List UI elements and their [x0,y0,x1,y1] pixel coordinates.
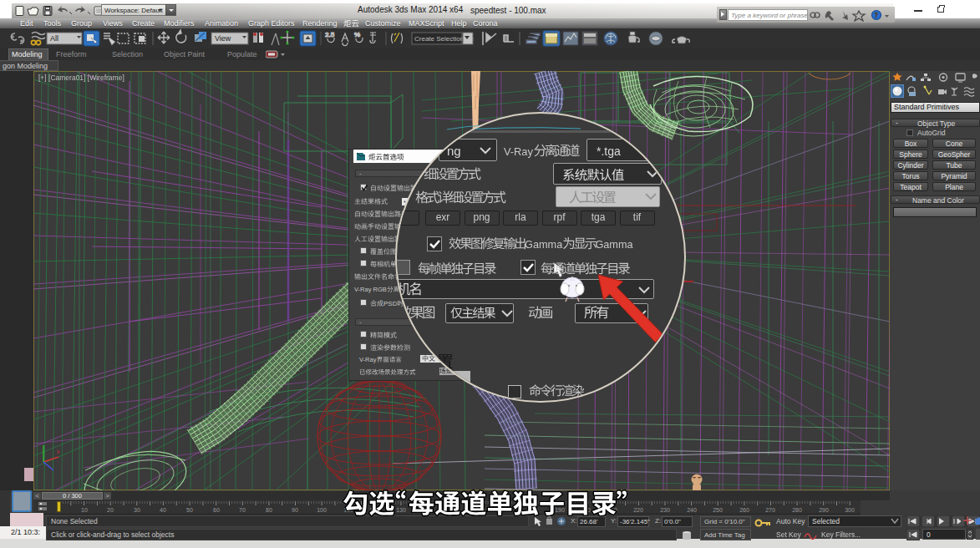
svg-text:70: 70 [239,507,246,513]
svg-text:%: % [354,31,360,38]
svg-text:V-Ray RGB: V-Ray RGB [354,286,387,293]
svg-text:240: 240 [687,507,697,513]
svg-text:V-Ray: V-Ray [359,356,377,363]
svg-text:50: 50 [186,507,193,513]
svg-text:ng: ng [447,144,461,158]
svg-text:80: 80 [266,507,272,513]
svg-text:x: x [57,448,60,455]
svg-text:*.tga: *.tga [597,145,621,158]
svg-text:300: 300 [845,507,855,513]
svg-text:Gamma: Gamma [525,239,563,251]
svg-text:2.5: 2.5 [325,31,335,38]
svg-text:?: ? [875,12,878,19]
svg-text:All: All [50,34,58,43]
svg-text:260: 260 [739,507,749,513]
svg-text:PSD: PSD [383,300,398,307]
svg-text:100: 100 [317,507,327,513]
svg-text:40: 40 [160,507,166,513]
svg-text:10: 10 [81,507,88,513]
svg-text:290: 290 [819,507,829,513]
svg-text:230: 230 [660,507,670,513]
svg-text:30: 30 [134,507,140,513]
svg-text:280: 280 [792,507,802,513]
svg-text:60: 60 [213,507,220,513]
svg-text:Gamma: Gamma [595,239,633,251]
svg-text:V-Ray: V-Ray [504,145,533,158]
svg-text:250: 250 [713,507,723,513]
svg-text:20: 20 [107,507,114,513]
svg-text:270: 270 [765,507,775,513]
svg-text:View: View [215,34,231,43]
svg-text:90: 90 [292,507,298,513]
